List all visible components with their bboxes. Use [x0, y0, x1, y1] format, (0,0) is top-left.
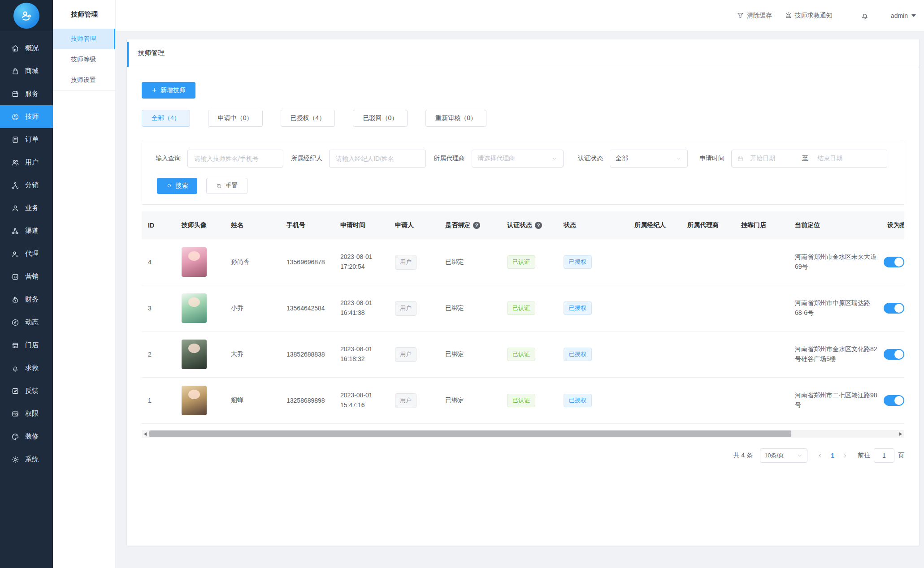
technician-phone: 13258689898 — [286, 397, 325, 404]
location-text: 河南省郑州市金水区文化路82号硅谷广场5楼 — [795, 344, 878, 364]
recommend-toggle[interactable] — [884, 349, 904, 360]
applicant-button[interactable]: 用户 — [395, 347, 416, 362]
brand-logo-icon — [13, 3, 39, 29]
sidebar-item-mall[interactable]: 商城 — [0, 60, 53, 82]
auth-status-label: 认证状态 — [578, 155, 603, 163]
scrollbar-thumb[interactable] — [149, 430, 791, 437]
page-size-select[interactable]: 10条/页 — [760, 448, 807, 463]
column-header: 是否绑定? — [439, 221, 501, 229]
goto-label: 前往 — [858, 452, 870, 460]
sidebar-item-feedback[interactable]: 反馈 — [0, 379, 53, 402]
sidebar-item-channel[interactable]: 渠道 — [0, 219, 53, 242]
submenu-item-level[interactable]: 技师等级 — [53, 49, 115, 70]
technician-id: 3 — [148, 305, 152, 312]
agent-icon — [11, 250, 19, 258]
sidebar-item-service[interactable]: 服务 — [0, 82, 53, 105]
agent-input[interactable] — [329, 150, 426, 168]
search-button[interactable]: 搜索 — [157, 178, 197, 194]
recommend-toggle[interactable] — [884, 303, 904, 314]
technician-id: 2 — [148, 351, 152, 358]
share-icon — [11, 181, 19, 189]
sidebar-item-marketing[interactable]: 营销 — [0, 265, 53, 288]
user-menu[interactable]: admin — [891, 12, 916, 19]
sidebar-item-technician[interactable]: 技师 — [0, 105, 53, 128]
horizontal-scrollbar[interactable] — [142, 430, 904, 438]
query-input[interactable] — [187, 150, 283, 168]
reset-button[interactable]: 重置 — [206, 178, 247, 194]
sidebar-item-store[interactable]: 门店 — [0, 334, 53, 357]
applicant-button[interactable]: 用户 — [395, 393, 416, 408]
column-header: 申请时间 — [334, 221, 389, 229]
sidebar-item-agent[interactable]: 代理 — [0, 242, 53, 265]
tab-rejected[interactable]: 已驳回（0） — [353, 110, 408, 127]
apply-date: 2023-08-01 — [340, 344, 389, 354]
sidebar-item-news[interactable]: 动态 — [0, 311, 53, 334]
technician-table: ID技师头像姓名手机号申请时间申请人是否绑定?认证状态?状态所属经纪人所属代理商… — [142, 211, 904, 424]
bind-status: 已绑定 — [445, 350, 464, 357]
scroll-right-arrow-icon[interactable] — [897, 430, 904, 438]
location-text: 河南省郑州市二七区赣江路98号 — [795, 391, 878, 410]
current-page[interactable]: 1 — [826, 452, 839, 459]
recommend-toggle[interactable] — [884, 257, 904, 267]
sidebar-item-system[interactable]: 系统 — [0, 448, 53, 471]
technician-avatar[interactable] — [182, 386, 207, 415]
query-label: 输入查询 — [156, 155, 181, 163]
tab-applying[interactable]: 申请中（0） — [208, 110, 263, 127]
sidebar-item-permission[interactable]: 权限 — [0, 402, 53, 425]
sidebar-item-finance[interactable]: 财务 — [0, 288, 53, 311]
column-header: 技师头像 — [175, 221, 225, 229]
prev-page-button[interactable] — [814, 449, 826, 462]
sidebar-item-order[interactable]: 订单 — [0, 128, 53, 151]
home-icon — [11, 44, 19, 52]
person-icon — [11, 204, 19, 212]
sidebar-item-decoration[interactable]: 装修 — [0, 425, 53, 448]
technician-avatar[interactable] — [182, 247, 207, 277]
tab-authorized[interactable]: 已授权（4） — [281, 110, 335, 127]
add-technician-button[interactable]: 新增技师 — [142, 82, 195, 99]
next-page-button[interactable] — [839, 449, 851, 462]
sidebar-item-business[interactable]: 业务 — [0, 197, 53, 219]
notification-bell-icon[interactable] — [860, 11, 869, 20]
distributor-select[interactable]: 请选择代理商 — [472, 150, 564, 168]
search-label: 搜索 — [176, 182, 188, 190]
table-body: 4 孙尚香 13569696878 2023-08-0117:20:54 用户 … — [142, 239, 904, 424]
auth-status-select[interactable]: 全部 — [610, 150, 688, 168]
apply-date: 2023-08-01 — [340, 391, 389, 400]
sidebar-item-distribution[interactable]: 分销 — [0, 174, 53, 197]
location-text: 河南省郑州市金水区未来大道69号 — [795, 252, 878, 271]
app-window: 概况 商城 服务 技师 订单 用户 分销 业务 渠道 代理 营销 财务 动态 门… — [0, 0, 924, 568]
sidebar-item-user[interactable]: 用户 — [0, 151, 53, 174]
help-icon[interactable]: ? — [473, 222, 480, 229]
table-header: ID技师头像姓名手机号申请时间申请人是否绑定?认证状态?状态所属经纪人所属代理商… — [142, 211, 904, 239]
column-header: 所属经纪人 — [628, 221, 681, 229]
goto-page-input[interactable] — [874, 448, 894, 463]
technician-avatar[interactable] — [182, 293, 207, 323]
submenu-item-management[interactable]: 技师管理 — [53, 29, 115, 49]
clear-cache-button[interactable]: 清除缓存 — [737, 12, 772, 20]
store-icon — [11, 341, 19, 349]
bind-status: 已绑定 — [445, 396, 464, 404]
scroll-left-arrow-icon[interactable] — [142, 430, 149, 438]
help-icon[interactable]: ? — [535, 222, 542, 229]
status-tag: 已授权 — [564, 348, 592, 361]
filter-panel: 输入查询 所属经纪人 所属代理商 请选择代理商 认证状态 全部 — [142, 140, 904, 205]
apply-time-range-picker[interactable]: 开始日期 至 结束日期 — [731, 150, 887, 168]
tab-recheck[interactable]: 重新审核（0） — [425, 110, 486, 127]
technician-avatar[interactable] — [182, 340, 207, 369]
calendar-icon — [737, 155, 744, 162]
app-logo[interactable] — [0, 0, 53, 31]
applicant-button[interactable]: 用户 — [395, 255, 416, 270]
document-icon — [11, 136, 19, 144]
sidebar-item-overview[interactable]: 概况 — [0, 37, 53, 60]
apply-date: 2023-08-01 — [340, 298, 389, 308]
sidebar-item-sos[interactable]: 求救 — [0, 357, 53, 379]
pagination: 共 4 条 10条/页 1 前往 页 — [142, 448, 904, 463]
tab-all[interactable]: 全部（4） — [142, 110, 190, 127]
submenu-item-settings[interactable]: 技师设置 — [53, 70, 115, 90]
applicant-button[interactable]: 用户 — [395, 301, 416, 316]
recommend-toggle[interactable] — [884, 395, 904, 406]
apply-time: 16:18:32 — [340, 354, 389, 364]
table-row: 4 孙尚香 13569696878 2023-08-0117:20:54 用户 … — [142, 239, 904, 285]
sos-notice-button[interactable]: 技师求救通知 — [785, 12, 833, 20]
username: admin — [891, 12, 908, 19]
